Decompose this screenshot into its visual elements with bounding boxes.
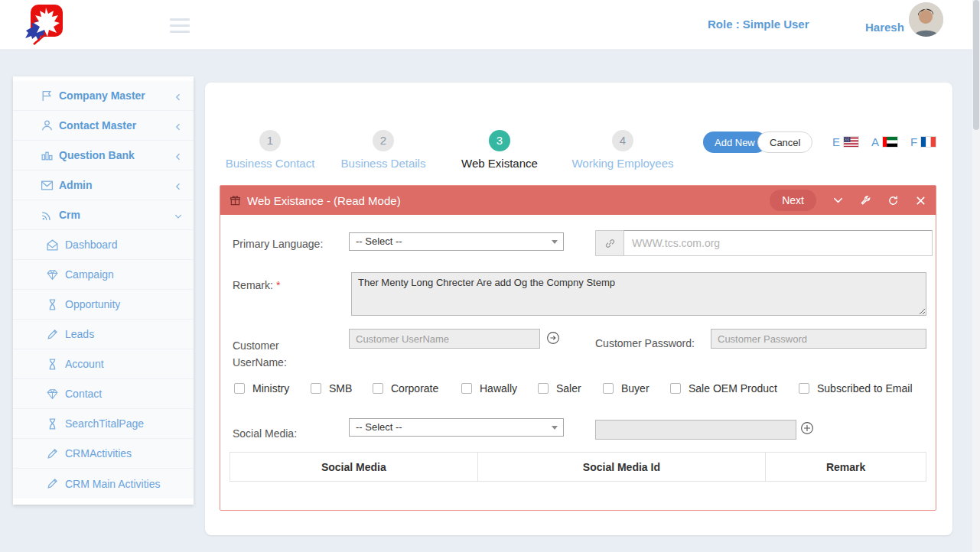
sidebar-item-crm-main-activities[interactable]: CRM Main Activities (13, 469, 194, 498)
saler-checkbox[interactable] (538, 383, 549, 394)
customer-username-input[interactable] (349, 329, 540, 349)
next-button[interactable]: Next (770, 190, 816, 211)
smb-checkbox[interactable] (311, 383, 321, 394)
sale-oem-product-checkbox[interactable] (670, 383, 681, 394)
scrollbar-thumb[interactable] (973, 0, 979, 130)
checkbox-smb[interactable]: SMB (311, 382, 352, 395)
checkbox-label: Sale OEM Product (689, 382, 777, 395)
checkbox-saler[interactable]: Saler (538, 382, 581, 395)
checkbox-corporate[interactable]: Corporate (373, 382, 438, 395)
hourglass-icon (46, 358, 59, 371)
select-caret-icon (552, 240, 558, 244)
social-media-label: Social Media: (233, 427, 297, 440)
add-social-media-plus-icon[interactable] (800, 421, 814, 435)
panel-body: Primary Language: -- Select -- Remark:* … (220, 215, 936, 511)
close-icon[interactable] (915, 195, 926, 206)
sidebar-item-search-tital-page[interactable]: SearchTitalPage (13, 409, 194, 439)
checkbox-label: SMB (329, 382, 352, 395)
remark-textarea[interactable]: Ther Menty Long Chrecter Are add Og the … (351, 272, 926, 316)
step-web-existance[interactable]: 3 Web Existance (435, 130, 565, 170)
sidebar-item-campaign[interactable]: Campaign (13, 260, 194, 290)
step-label: Business Details (318, 157, 448, 170)
primary-language-selected-value: -- Select -- (356, 235, 402, 247)
sidebar-item-contact-master[interactable]: Contact Master (13, 111, 194, 141)
step-number: 2 (373, 130, 394, 151)
sidebar-item-crm-activities[interactable]: CRMActivities (13, 439, 194, 469)
sidebar-item-crm[interactable]: Crm (13, 200, 194, 230)
go-arrow-icon[interactable] (546, 331, 560, 345)
sidebar-item-label: Company Master (59, 89, 145, 102)
social-media-select[interactable]: -- Select -- (349, 418, 564, 437)
sidebar-item-admin[interactable]: Admin (13, 170, 194, 200)
gift-icon (230, 195, 241, 206)
column-header-remark: Remark (766, 453, 926, 482)
username-label[interactable]: Haresh (865, 21, 904, 34)
category-checkbox-row: Ministry SMB Corporate Hawally Saler Buy… (220, 382, 936, 398)
collapse-chevron-down-icon[interactable] (832, 195, 844, 206)
page-scrollbar[interactable] (972, 0, 980, 552)
sidebar-nav: Company Master Contact Master Question B… (13, 76, 194, 505)
chevron-left-icon (174, 151, 183, 160)
france-flag-icon (921, 137, 936, 147)
step-label: Business Contact (205, 157, 335, 170)
customer-username-label: Customer UserName: (233, 337, 328, 371)
step-number: 4 (612, 130, 633, 151)
customer-password-label: Customer Password: (595, 337, 695, 349)
checkbox-ministry[interactable]: Ministry (234, 382, 289, 395)
panel-title: Web Existance - (Read Mode) (247, 194, 401, 207)
sidebar-item-dashboard[interactable]: Dashboard (13, 230, 194, 260)
ministry-checkbox[interactable] (234, 383, 245, 394)
chevron-left-icon (174, 91, 183, 100)
maple-leaf-logo-icon (17, 2, 66, 47)
language-english[interactable]: E (832, 135, 858, 148)
checkbox-label: Hawally (480, 382, 517, 395)
settings-wrench-icon[interactable] (860, 195, 871, 206)
sidebar-item-question-bank[interactable]: Question Bank (13, 141, 194, 170)
checkbox-hawally[interactable]: Hawally (461, 382, 517, 395)
sidebar-item-leads[interactable]: Leads (13, 320, 194, 349)
sidebar-item-label: CRMActivities (65, 447, 132, 459)
social-media-id-input[interactable] (595, 420, 796, 440)
uae-flag-icon (883, 137, 897, 147)
refresh-icon[interactable] (887, 195, 899, 206)
role-label: Role : Simple User (708, 18, 809, 31)
checkbox-subscribed-to-email[interactable]: Subscribed to Email (799, 382, 913, 395)
customer-password-input[interactable] (711, 329, 926, 349)
menu-toggle-button[interactable] (170, 18, 190, 37)
language-code: A (871, 135, 879, 148)
app-logo (17, 2, 66, 50)
subscribed-to-email-checkbox[interactable] (799, 383, 809, 394)
sidebar-item-opportunity[interactable]: Opportunity (13, 290, 194, 320)
envelope-open-icon (46, 239, 59, 252)
cancel-button[interactable]: Cancel (757, 132, 812, 153)
hourglass-icon (46, 298, 59, 311)
column-header-social-media-id: Social Media Id (477, 453, 766, 482)
step-business-details[interactable]: 2 Business Details (318, 130, 448, 170)
hawally-checkbox[interactable] (461, 383, 472, 394)
rss-icon (41, 209, 54, 222)
primary-language-select[interactable]: -- Select -- (349, 232, 564, 251)
language-french[interactable]: F (910, 135, 936, 148)
sidebar-item-contact[interactable]: Contact (13, 379, 194, 409)
checkbox-label: Subscribed to Email (817, 382, 913, 395)
user-avatar[interactable] (909, 2, 943, 37)
sidebar-item-label: Opportunity (65, 298, 120, 310)
step-number: 3 (489, 130, 510, 151)
checkbox-sale-oem-product[interactable]: Sale OEM Product (670, 382, 777, 395)
sidebar-item-label: CRM Main Activities (65, 478, 160, 490)
web-existance-panel: Web Existance - (Read Mode) Next Primary… (220, 185, 936, 511)
website-input-group (595, 230, 933, 256)
step-working-employees[interactable]: 4 Working Employees (558, 130, 688, 170)
step-business-contact[interactable]: 1 Business Contact (205, 130, 335, 170)
sidebar-item-company-master[interactable]: Company Master (13, 81, 194, 111)
website-url-input[interactable] (623, 230, 933, 256)
buyer-checkbox[interactable] (603, 383, 614, 394)
social-media-table: Social Media Social Media Id Remark (230, 452, 926, 482)
sidebar-item-label: Dashboard (65, 239, 118, 251)
corporate-checkbox[interactable] (373, 383, 383, 394)
language-arabic[interactable]: A (871, 135, 897, 148)
required-asterisk: * (276, 279, 280, 291)
sidebar-item-account[interactable]: Account (13, 349, 194, 379)
step-label: Web Existance (435, 157, 565, 170)
checkbox-buyer[interactable]: Buyer (603, 382, 650, 395)
